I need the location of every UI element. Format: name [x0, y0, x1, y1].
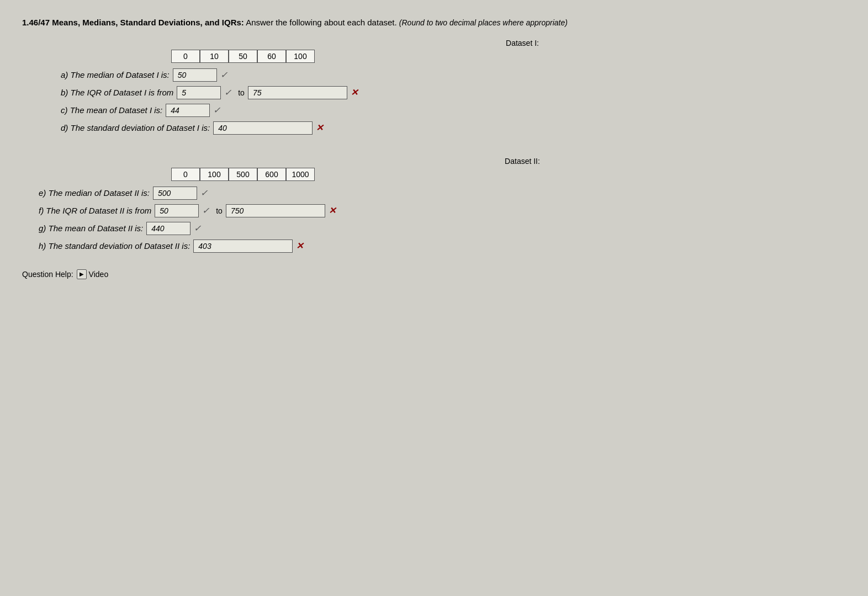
dataset2-number-row: 0 100 500 600 1000 [171, 168, 846, 181]
dataset1-number-row: 0 10 50 60 100 [171, 50, 846, 63]
answer-box-f-from[interactable]: 50 [155, 204, 199, 217]
answer-box-e[interactable]: 500 [153, 187, 197, 200]
play-icon: ▶ [77, 269, 87, 279]
dataset2-block: Dataset II: 0 100 500 600 1000 e) The me… [22, 157, 846, 253]
to-text-f: to [216, 206, 223, 215]
dataset2-num-500: 500 [229, 168, 257, 181]
question-label-b: b) The IQR of Dataset I is from [61, 88, 173, 97]
dataset1-num-50: 50 [229, 50, 257, 63]
dataset1-num-10: 10 [200, 50, 229, 63]
question-row-d: d) The standard deviation of Dataset I i… [61, 121, 846, 135]
dataset1-num-60: 60 [257, 50, 286, 63]
video-button[interactable]: ▶ Video [77, 269, 109, 279]
x-icon-f: ✕ [329, 205, 336, 216]
video-label: Video [89, 270, 109, 279]
title-number: 1.46/47 [22, 18, 50, 27]
dataset2-num-0: 0 [171, 168, 200, 181]
dataset2-header: Dataset II: [199, 157, 846, 166]
answer-box-c[interactable]: 44 [166, 104, 210, 117]
answer-box-b-from[interactable]: 5 [177, 86, 221, 99]
question-row-h: h) The standard deviation of Dataset II … [39, 240, 846, 253]
answer-box-a[interactable]: 50 [173, 68, 217, 82]
dataset1-block: Dataset I: 0 10 50 60 100 a) The median … [22, 39, 846, 135]
question-row-c: c) The mean of Dataset I is: 44 ✓ [61, 104, 846, 117]
question-row-f: f) The IQR of Dataset II is from 50 ✓ to… [39, 204, 846, 217]
answer-box-g[interactable]: 440 [146, 222, 190, 235]
answer-box-h[interactable]: 403 [193, 240, 293, 253]
title-italic-part: (Round to two decimal places where appro… [399, 18, 568, 27]
title-normal-part: Answer the following about each dataset. [246, 18, 397, 27]
question-label-e: e) The median of Dataset II is: [39, 188, 150, 198]
dataset2-num-600: 600 [257, 168, 286, 181]
check-icon-b: ✓ [224, 87, 231, 98]
check-icon-f: ✓ [202, 205, 209, 216]
question-label-d: d) The standard deviation of Dataset I i… [61, 123, 210, 132]
dataset1-num-0: 0 [171, 50, 200, 63]
x-icon-h: ✕ [296, 241, 303, 251]
question-label-f: f) The IQR of Dataset II is from [39, 206, 151, 215]
question-row-a: a) The median of Dataset I is: 50 ✓ [61, 68, 846, 82]
check-icon-e: ✓ [200, 188, 208, 198]
check-icon-c: ✓ [213, 105, 220, 115]
check-icon-g: ✓ [194, 223, 201, 233]
title-bold-part: Means, Medians, Standard Deviations, and… [52, 18, 244, 27]
question-label-g: g) The mean of Dataset II is: [39, 223, 143, 233]
dataset1-num-100: 100 [286, 50, 315, 63]
dataset2-num-1000: 1000 [286, 168, 315, 181]
question-row-b: b) The IQR of Dataset I is from 5 ✓ to 7… [61, 86, 846, 99]
x-icon-b: ✕ [351, 87, 358, 98]
question-label-c: c) The mean of Dataset I is: [61, 105, 162, 115]
dataset2-num-100: 100 [200, 168, 229, 181]
to-text-b: to [238, 88, 245, 97]
question-help: Question Help: ▶ Video [22, 269, 846, 279]
x-icon-d: ✕ [316, 123, 323, 133]
answer-box-d[interactable]: 40 [213, 121, 313, 135]
answer-box-b-to[interactable]: 75 [248, 86, 347, 99]
title-section: 1.46/47 Means, Medians, Standard Deviati… [22, 17, 846, 29]
question-label-h: h) The standard deviation of Dataset II … [39, 241, 190, 251]
question-help-label: Question Help: [22, 270, 73, 279]
dataset1-header: Dataset I: [199, 39, 846, 47]
question-label-a: a) The median of Dataset I is: [61, 70, 170, 79]
question-row-g: g) The mean of Dataset II is: 440 ✓ [39, 222, 846, 235]
check-icon-a: ✓ [220, 70, 227, 80]
question-row-e: e) The median of Dataset II is: 500 ✓ [39, 187, 846, 200]
answer-box-f-to[interactable]: 750 [226, 204, 325, 217]
